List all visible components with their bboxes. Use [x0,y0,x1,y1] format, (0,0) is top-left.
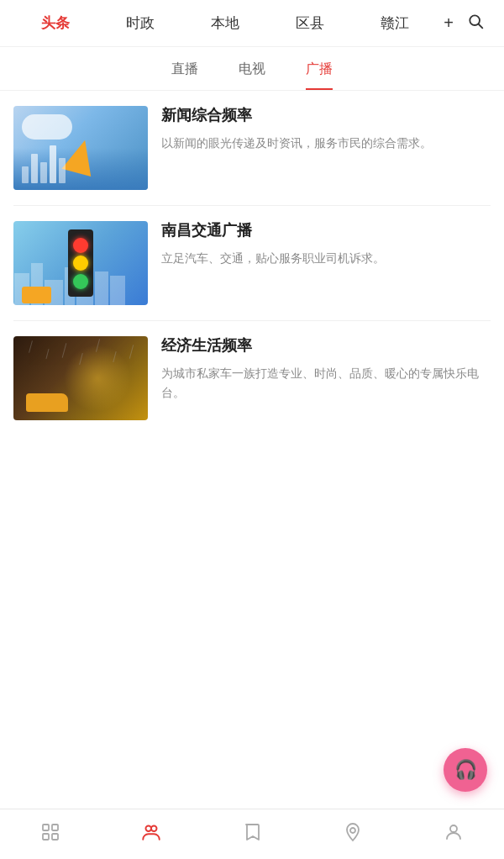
list-item[interactable]: 经济生活频率 为城市私家车一族打造专业、时尚、品质、暖心的专属快乐电台。 [13,321,491,435]
tab-live[interactable]: 直播 [171,61,198,90]
svg-point-9 [450,825,457,832]
sub-tab-bar: 直播 电视 广播 [0,47,504,91]
radio-list: 新闻综合频率 以新闻的眼光传递及时资讯，服务市民的综合需求。 [0,91,504,809]
add-icon[interactable]: + [437,0,460,46]
bottom-nav-bookmark[interactable] [202,822,302,847]
home-grid-icon [40,822,60,847]
svg-rect-5 [52,834,58,840]
item-content-1: 新闻综合频率 以新闻的眼光传递及时资讯，服务市民的综合需求。 [161,106,491,153]
svg-point-7 [151,825,157,831]
users-icon [140,821,162,848]
item-thumbnail-3 [13,336,148,420]
svg-line-1 [479,24,483,29]
profile-icon [444,822,464,847]
item-thumbnail-1 [13,106,148,190]
top-navigation: 头条 时政 本地 区县 赣江 + [0,0,504,47]
headphone-icon: 🎧 [454,759,477,781]
svg-point-8 [350,828,355,833]
bottom-navigation [0,809,504,859]
item-content-3: 经济生活频率 为城市私家车一族打造专业、时尚、品质、暖心的专属快乐电台。 [161,336,491,402]
nav-item-toutiao[interactable]: 头条 [13,0,98,46]
item-content-2: 南昌交通广播 立足汽车、交通，贴心服务职业司机诉求。 [161,221,491,268]
svg-point-6 [146,825,152,831]
item-thumbnail-2 [13,221,148,305]
item-title-2: 南昌交通广播 [161,221,491,240]
bottom-nav-home[interactable] [0,822,101,847]
tab-radio[interactable]: 广播 [306,61,333,90]
item-title-3: 经济生活频率 [161,336,491,356]
svg-rect-3 [52,825,58,830]
bottom-nav-profile[interactable] [403,822,504,847]
floating-player-button[interactable]: 🎧 [444,748,487,792]
bottom-nav-users[interactable] [101,821,202,848]
item-desc-2: 立足汽车、交通，贴心服务职业司机诉求。 [161,249,491,267]
item-desc-3: 为城市私家车一族打造专业、时尚、品质、暖心的专属快乐电台。 [161,364,491,402]
list-item[interactable]: 新闻综合频率 以新闻的眼光传递及时资讯，服务市民的综合需求。 [13,91,491,206]
location-icon [343,822,363,847]
nav-item-shizheng[interactable]: 时政 [98,0,183,46]
svg-rect-4 [43,834,49,840]
nav-item-bendi[interactable]: 本地 [183,0,268,46]
bottom-nav-location[interactable] [302,822,403,847]
item-desc-1: 以新闻的眼光传递及时资讯，服务市民的综合需求。 [161,134,491,152]
list-item[interactable]: 南昌交通广播 立足汽车、交通，贴心服务职业司机诉求。 [13,206,491,321]
bookmark-icon [242,822,262,847]
tab-tv[interactable]: 电视 [239,61,265,90]
item-title-1: 新闻综合频率 [161,106,491,125]
nav-item-quxian[interactable]: 区县 [268,0,353,46]
svg-rect-2 [43,825,49,830]
traffic-light-icon [68,229,93,297]
nav-item-ganjiang[interactable]: 赣江 [352,0,437,46]
search-icon[interactable] [460,0,491,47]
